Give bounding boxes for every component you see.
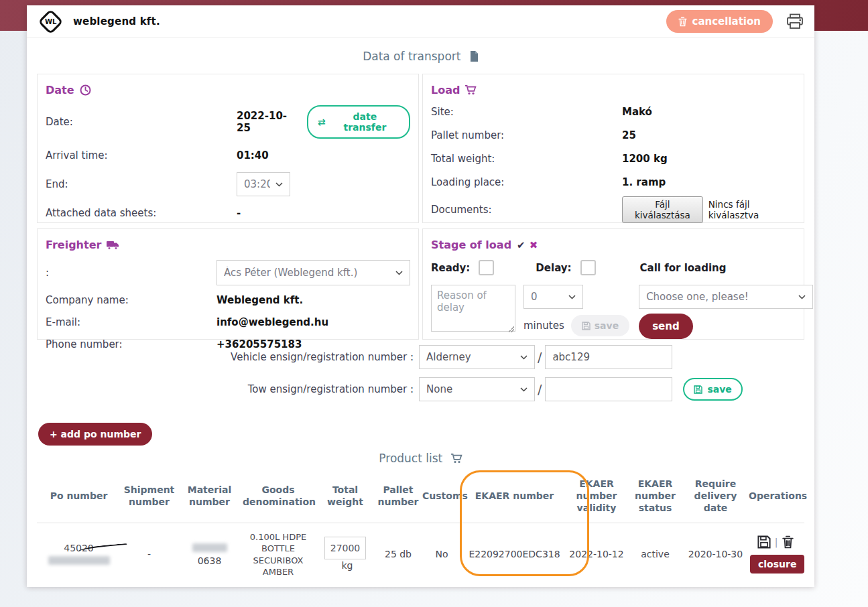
tow-reg-label: Tow ensign/registration number : bbox=[27, 383, 419, 395]
date-transfer-button[interactable]: ⇄ date transfer bbox=[307, 105, 410, 139]
cell-customs: No bbox=[421, 523, 462, 586]
col-ekaer-validity: EKAER number validity bbox=[566, 472, 627, 523]
printer-icon bbox=[786, 13, 804, 29]
print-button[interactable] bbox=[786, 13, 804, 29]
registration-save-button[interactable]: save bbox=[683, 378, 742, 401]
transfer-arrows-icon: ⇄ bbox=[318, 117, 326, 127]
stage-of-load-panel: Stage of load ✔ ✖ Ready: Delay: Call for… bbox=[422, 228, 804, 340]
row-weight-input[interactable] bbox=[324, 537, 366, 559]
end-row: End: 03:20 bbox=[46, 172, 410, 196]
po-number-redacted bbox=[48, 556, 110, 565]
load-title-text: Load bbox=[431, 84, 460, 96]
col-shipment-number: Shipment number bbox=[121, 472, 178, 523]
cancellation-button[interactable]: cancellation bbox=[666, 10, 773, 33]
col-ekaer-status: EKAER number status bbox=[627, 472, 684, 523]
send-row: send bbox=[639, 314, 813, 339]
vehicle-number-input[interactable] bbox=[545, 345, 672, 369]
site-label: Site: bbox=[431, 106, 622, 118]
total-weight-row: Total weight: 1200 kg bbox=[431, 149, 796, 167]
cell-shipment-number: - bbox=[121, 523, 178, 586]
date-value: 2022-10-25 bbox=[237, 110, 300, 134]
cart-icon bbox=[451, 454, 462, 464]
delay-label: Delay: bbox=[536, 262, 571, 274]
cell-operations: | closure bbox=[747, 523, 804, 586]
reason-of-delay-textarea[interactable] bbox=[431, 285, 515, 332]
table-header-row: Po number Shipment number Material numbe… bbox=[37, 472, 804, 523]
load-panel: Load Site: Makó Pallet number: 25 Total … bbox=[422, 74, 804, 223]
col-require-delivery-date: Require delivery date bbox=[684, 472, 747, 523]
delay-minutes-value: 0 bbox=[531, 291, 538, 303]
call-for-loading-label: Call for loading bbox=[640, 262, 727, 274]
col-po-number: Po number bbox=[37, 472, 121, 523]
clock-icon bbox=[80, 84, 91, 96]
site-value: Makó bbox=[622, 106, 652, 118]
cancellation-label: cancellation bbox=[692, 15, 761, 27]
send-button[interactable]: send bbox=[639, 314, 693, 339]
save-row-icon[interactable] bbox=[757, 535, 771, 549]
truck-icon bbox=[107, 241, 119, 250]
site-row: Site: Makó bbox=[431, 103, 796, 121]
brand: WL weblegend kft. bbox=[38, 9, 160, 35]
driver-row: : Ács Péter (Weblegend kft.) bbox=[46, 260, 410, 285]
driver-label: : bbox=[46, 267, 216, 279]
save-delay-button[interactable]: save bbox=[571, 315, 629, 336]
delay-checkbox[interactable] bbox=[580, 260, 596, 275]
end-label: End: bbox=[46, 178, 237, 190]
stage-title-text: Stage of load bbox=[431, 239, 511, 251]
cart-icon bbox=[465, 85, 477, 95]
date-transfer-label: date transfer bbox=[330, 111, 399, 133]
loading-place-value: 1. ramp bbox=[622, 176, 666, 188]
stage-body-row: 0 minutes save bbox=[431, 285, 796, 339]
company-row: Company name: Weblegend kft. bbox=[46, 292, 410, 308]
operations-separator: | bbox=[775, 536, 778, 549]
check-icon[interactable]: ✔ bbox=[517, 239, 525, 251]
email-value: info@weblegend.hu bbox=[216, 316, 328, 328]
col-operations: Operations bbox=[747, 472, 804, 523]
cell-ekaer-validity: 2022-10-12 bbox=[566, 523, 627, 586]
add-po-label: add po number bbox=[61, 429, 141, 440]
table-row: 45020 - 0638 0.100L HDPE BOTTLE SECURIBO… bbox=[37, 523, 804, 586]
ready-checkbox[interactable] bbox=[479, 260, 494, 275]
total-weight-label: Total weight: bbox=[431, 153, 622, 165]
driver-select[interactable]: Ács Péter (Weblegend kft.) bbox=[216, 260, 410, 285]
col-total-weight: Total weight bbox=[315, 472, 375, 523]
cross-icon[interactable]: ✖ bbox=[530, 239, 538, 251]
col-material-number: Material number bbox=[178, 472, 241, 523]
email-label: E-mail: bbox=[46, 316, 216, 328]
ready-label: Ready: bbox=[431, 262, 470, 274]
main-card: WL weblegend kft. cancellation bbox=[27, 5, 814, 587]
col-goods-denomination: Goods denomination bbox=[241, 472, 315, 523]
col-ekaer-number: EKAER number bbox=[462, 472, 566, 523]
col-pallet-number: Pallet number bbox=[375, 472, 421, 523]
tow-number-input[interactable] bbox=[545, 377, 672, 401]
call-group: Choose one, please! send bbox=[639, 285, 813, 339]
cell-pallet-number: 25 db bbox=[375, 523, 421, 586]
card-header: WL weblegend kft. cancellation bbox=[27, 5, 814, 38]
delay-minutes-select[interactable]: 0 bbox=[523, 285, 583, 309]
vehicle-ensign-select[interactable]: Alderney bbox=[419, 345, 535, 369]
file-choose-button[interactable]: Fájl kiválasztása bbox=[622, 196, 703, 223]
date-label: Date: bbox=[46, 116, 237, 128]
cell-require-delivery-date: 2020-10-30 bbox=[684, 523, 747, 586]
tow-ensign-select[interactable]: None bbox=[419, 377, 535, 401]
date-title-text: Date bbox=[46, 84, 74, 96]
page-title-text: Data of transport bbox=[363, 50, 460, 63]
col-customs: Customs bbox=[421, 472, 462, 523]
add-po-number-button[interactable]: + add po number bbox=[38, 423, 152, 446]
pallet-value: 25 bbox=[622, 129, 636, 141]
cell-ekaer-number: E22092700EDC318 bbox=[462, 523, 566, 586]
call-for-loading-select[interactable]: Choose one, please! bbox=[639, 285, 813, 309]
delete-row-icon[interactable] bbox=[782, 535, 794, 549]
file-status-text: Nincs fájl kiválasztva bbox=[708, 199, 796, 220]
operations-icons: | bbox=[750, 535, 802, 549]
logo-monogram: WL bbox=[45, 18, 56, 25]
document-icon bbox=[470, 51, 479, 62]
end-time-select[interactable]: 03:20 bbox=[237, 172, 290, 196]
file-input[interactable]: Fájl kiválasztása Nincs fájl kiválasztva bbox=[622, 196, 796, 223]
pallet-row: Pallet number: 25 bbox=[431, 126, 796, 144]
header-actions: cancellation bbox=[666, 10, 804, 33]
arrival-row: Arrival time: 01:40 bbox=[46, 147, 410, 163]
date-row: Date: 2022-10-25 ⇄ date transfer bbox=[46, 105, 410, 139]
closure-button[interactable]: closure bbox=[750, 555, 804, 574]
trash-icon bbox=[678, 17, 687, 27]
